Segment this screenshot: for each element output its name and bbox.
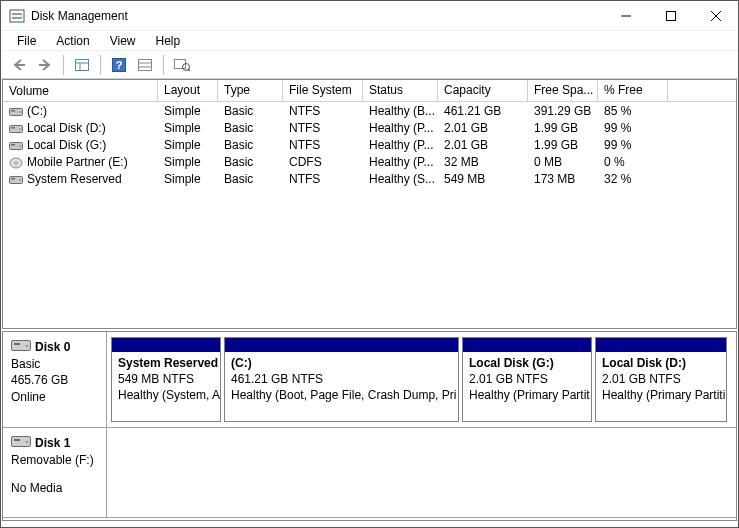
toolbar: ?: [1, 51, 738, 79]
volume-type: Basic: [218, 172, 283, 186]
volume-capacity: 549 MB: [438, 172, 528, 186]
volume-list-body: (C:)SimpleBasicNTFSHealthy (B...461.21 G…: [3, 102, 736, 187]
volume-filesystem: NTFS: [283, 104, 363, 118]
toolbar-separator: [100, 55, 101, 75]
volume-row[interactable]: Local Disk (D:)SimpleBasicNTFSHealthy (P…: [3, 119, 736, 136]
layout-button[interactable]: [70, 54, 94, 76]
volume-status: Healthy (B...: [363, 104, 438, 118]
window-controls: [603, 2, 738, 30]
volume-row[interactable]: Local Disk (G:)SimpleBasicNTFSHealthy (P…: [3, 136, 736, 153]
properties-button[interactable]: [170, 54, 194, 76]
volume-layout: Simple: [158, 155, 218, 169]
partition[interactable]: Local Disk (G:)2.01 GB NTFSHealthy (Prim…: [462, 337, 592, 422]
help-button[interactable]: ?: [107, 54, 131, 76]
disk-icon: [11, 338, 31, 356]
menu-file[interactable]: File: [9, 32, 44, 50]
forward-button[interactable]: [33, 54, 57, 76]
volume-name: Mobile Partner (E:): [27, 155, 128, 169]
partition-stripe: [596, 338, 726, 352]
volume-name: Local Disk (D:): [27, 121, 106, 135]
volume-type: Basic: [218, 155, 283, 169]
col-layout[interactable]: Layout: [158, 80, 218, 101]
disk-info[interactable]: Disk 1Removable (F:)No Media: [3, 428, 107, 517]
titlebar: Disk Management: [1, 1, 738, 31]
volume-layout: Simple: [158, 172, 218, 186]
volume-capacity: 2.01 GB: [438, 138, 528, 152]
col-free-space[interactable]: Free Spa...: [528, 80, 598, 101]
menu-help[interactable]: Help: [148, 32, 189, 50]
partition-name: System Reserved: [118, 355, 214, 371]
disk-label: Disk 1: [35, 435, 70, 451]
volume-row[interactable]: (C:)SimpleBasicNTFSHealthy (B...461.21 G…: [3, 102, 736, 119]
disk-size: 465.76 GB: [11, 372, 98, 388]
svg-rect-32: [11, 178, 15, 180]
volume-pct: 99 %: [598, 138, 668, 152]
partition-size: 461.21 GB NTFS: [231, 371, 452, 387]
volume-filesystem: CDFS: [283, 155, 363, 169]
col-volume[interactable]: Volume: [3, 80, 158, 101]
col-type[interactable]: Type: [218, 80, 283, 101]
svg-text:?: ?: [116, 59, 123, 71]
partition-status: Healthy (Primary Partit: [469, 387, 585, 403]
svg-rect-27: [11, 144, 15, 146]
volume-free: 1.99 GB: [528, 138, 598, 152]
disk-type: Removable (F:): [11, 452, 98, 468]
svg-point-33: [19, 179, 21, 181]
svg-rect-35: [14, 343, 20, 345]
svg-rect-0: [10, 10, 24, 22]
partition-status: Healthy (Primary Partiti: [602, 387, 720, 403]
volume-row[interactable]: System ReservedSimpleBasicNTFSHealthy (S…: [3, 170, 736, 187]
partition[interactable]: System Reserved549 MB NTFSHealthy (Syste…: [111, 337, 221, 422]
partition[interactable]: (C:)461.21 GB NTFSHealthy (Boot, Page Fi…: [224, 337, 459, 422]
list-button[interactable]: [133, 54, 157, 76]
volume-name: System Reserved: [27, 172, 122, 186]
partition-status: Healthy (System, A: [118, 387, 214, 403]
drive-icon: [9, 123, 23, 133]
disk-status: No Media: [11, 480, 98, 496]
toolbar-separator: [63, 55, 64, 75]
svg-line-19: [188, 69, 190, 71]
partition-size: 2.01 GB NTFS: [469, 371, 585, 387]
partition[interactable]: Local Disk (D:)2.01 GB NTFSHealthy (Prim…: [595, 337, 727, 422]
svg-rect-2: [12, 17, 22, 19]
svg-rect-9: [76, 59, 89, 70]
partition-stripe: [463, 338, 591, 352]
toolbar-separator: [163, 55, 164, 75]
disk-type: Basic: [11, 356, 98, 372]
drive-icon: [9, 174, 23, 184]
svg-rect-38: [14, 439, 20, 441]
back-button[interactable]: [7, 54, 31, 76]
drive-icon: [9, 140, 23, 150]
close-button[interactable]: [693, 2, 738, 30]
svg-point-28: [19, 145, 21, 147]
svg-point-36: [26, 345, 28, 347]
minimize-button[interactable]: [603, 2, 648, 30]
window-title: Disk Management: [31, 9, 603, 23]
menu-action[interactable]: Action: [48, 32, 97, 50]
volume-filesystem: NTFS: [283, 172, 363, 186]
volume-status: Healthy (P...: [363, 138, 438, 152]
partitions-area: System Reserved549 MB NTFSHealthy (Syste…: [107, 332, 736, 427]
maximize-button[interactable]: [648, 2, 693, 30]
col-status[interactable]: Status: [363, 80, 438, 101]
svg-rect-4: [666, 11, 675, 20]
menu-view[interactable]: View: [102, 32, 144, 50]
disk-row: Disk 0Basic465.76 GBOnlineSystem Reserve…: [3, 332, 736, 428]
disk-info[interactable]: Disk 0Basic465.76 GBOnline: [3, 332, 107, 427]
volume-row[interactable]: Mobile Partner (E:)SimpleBasicCDFSHealth…: [3, 153, 736, 170]
partition-name: (C:): [231, 355, 452, 371]
svg-point-30: [15, 161, 18, 163]
svg-rect-1: [12, 13, 22, 15]
col-capacity[interactable]: Capacity: [438, 80, 528, 101]
volume-filesystem: NTFS: [283, 121, 363, 135]
col-filesystem[interactable]: File System: [283, 80, 363, 101]
volume-layout: Simple: [158, 104, 218, 118]
disk-graphical-pane: Disk 0Basic465.76 GBOnlineSystem Reserve…: [2, 331, 737, 521]
partition-name: Local Disk (G:): [469, 355, 585, 371]
volume-capacity: 32 MB: [438, 155, 528, 169]
volume-status: Healthy (P...: [363, 155, 438, 169]
col-percent-free[interactable]: % Free: [598, 80, 668, 101]
volume-pct: 0 %: [598, 155, 668, 169]
volume-type: Basic: [218, 121, 283, 135]
volume-type: Basic: [218, 104, 283, 118]
